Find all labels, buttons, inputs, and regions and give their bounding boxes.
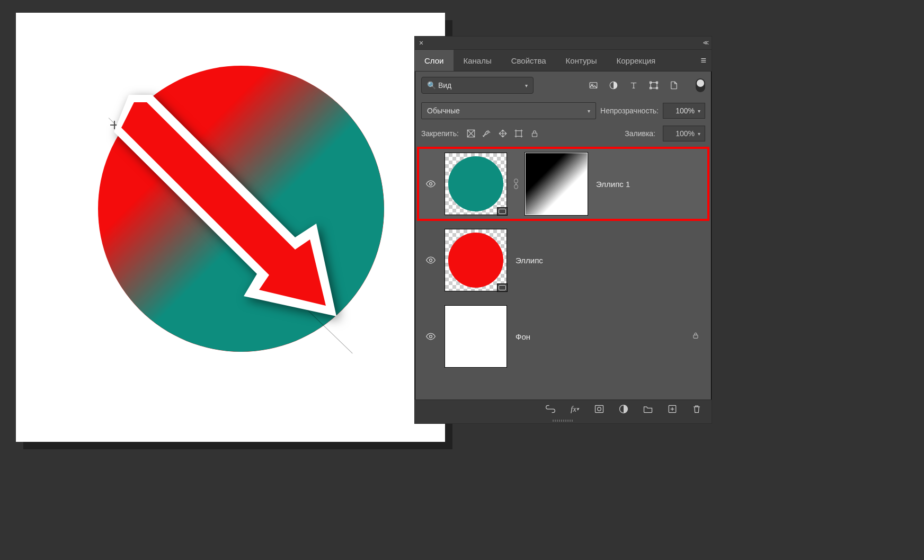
chevron-down-icon: ▾ [698, 108, 700, 114]
filter-icons [589, 81, 679, 90]
lock-transparency-icon[interactable] [466, 129, 476, 138]
chevron-down-icon: ▾ [525, 83, 528, 88]
new-group-icon[interactable] [643, 404, 653, 414]
filter-smartobject-icon[interactable] [669, 81, 679, 90]
layers-list: Эллипс 1 Эллипс Фон [415, 147, 712, 399]
gradient-start-crosshair[interactable] [110, 121, 119, 129]
lock-label: Закрепить: [421, 129, 459, 138]
opacity-label[interactable]: Непрозрачность: [600, 106, 659, 115]
tab-channels[interactable]: Каналы [454, 50, 501, 71]
collapse-icon[interactable]: << [703, 39, 707, 47]
layer-thumbnail[interactable] [445, 153, 507, 215]
close-icon[interactable]: × [419, 39, 423, 47]
svg-point-18 [430, 335, 432, 338]
mask-thumbnail[interactable] [525, 153, 588, 215]
layer-name[interactable]: Эллипс [516, 256, 543, 265]
visibility-toggle[interactable] [421, 331, 440, 342]
layer-name[interactable]: Фон [516, 332, 530, 341]
visibility-toggle[interactable] [421, 179, 440, 189]
fill-value: 100% [676, 129, 695, 138]
eye-icon [425, 255, 436, 265]
svg-rect-12 [532, 133, 537, 137]
filter-kind-label: Вид [438, 81, 451, 90]
lock-fill-row: Закрепить: Заливка: 100% ▾ [415, 122, 712, 147]
link-layers-icon[interactable] [545, 404, 556, 414]
lock-icon[interactable] [691, 331, 700, 342]
resize-grip[interactable] [415, 418, 712, 423]
layer-name[interactable]: Эллипс 1 [596, 180, 630, 189]
tab-properties[interactable]: Свойства [502, 50, 556, 71]
svg-rect-20 [596, 405, 603, 412]
layer-row[interactable]: Эллипс [417, 223, 709, 297]
panel-titlebar[interactable]: × << [415, 37, 712, 50]
lock-all-icon[interactable] [530, 129, 539, 138]
delete-layer-icon[interactable] [691, 404, 702, 414]
blend-mode-select[interactable]: Обычные ▾ [421, 102, 596, 119]
layers-panel: × << Слои Каналы Свойства Контуры Коррек… [414, 36, 712, 424]
filter-type-icon[interactable] [629, 81, 638, 90]
layer-filter-row: 🔍 Вид ▾ [415, 72, 712, 99]
opacity-input[interactable]: 100% ▾ [663, 103, 705, 119]
opacity-value: 100% [676, 106, 695, 115]
eye-icon [425, 331, 436, 342]
chevron-down-icon: ▾ [588, 108, 590, 114]
layer-row[interactable]: Фон [417, 299, 709, 374]
blend-opacity-row: Обычные ▾ Непрозрачность: 100% ▾ [415, 99, 712, 122]
shape-badge-icon [497, 207, 508, 216]
new-layer-icon[interactable] [667, 404, 678, 414]
eye-icon [425, 179, 436, 189]
lock-position-icon[interactable] [498, 129, 508, 138]
tab-adjustments[interactable]: Коррекция [607, 50, 665, 71]
ellipse-teal-shape [98, 66, 384, 352]
filter-adjustment-icon[interactable] [609, 81, 618, 90]
svg-point-21 [598, 407, 601, 411]
chevron-down-icon: ▾ [698, 131, 700, 137]
layer-row[interactable]: Эллипс 1 [417, 147, 709, 221]
add-adjustment-icon[interactable] [618, 404, 629, 414]
fill-input[interactable]: 100% ▾ [663, 126, 705, 141]
filter-image-icon[interactable] [589, 81, 598, 90]
panel-footer: fx▾ [415, 399, 712, 418]
visibility-toggle[interactable] [421, 255, 440, 265]
panel-menu-icon[interactable]: ≡ [695, 50, 712, 71]
blend-mode-value: Обычные [427, 106, 460, 115]
add-mask-icon[interactable] [594, 404, 605, 414]
filter-shape-icon[interactable] [649, 81, 659, 90]
shape-badge-icon [497, 283, 508, 292]
panel-tabs: Слои Каналы Свойства Контуры Коррекция ≡ [415, 50, 712, 72]
filter-kind-select[interactable]: 🔍 Вид ▾ [421, 77, 534, 94]
mask-link-icon[interactable] [511, 175, 521, 192]
filter-toggle[interactable] [696, 78, 705, 92]
tab-layers[interactable]: Слои [415, 50, 454, 71]
svg-rect-19 [694, 335, 698, 338]
layer-thumbnail[interactable] [445, 229, 507, 291]
svg-point-17 [430, 259, 432, 262]
svg-point-13 [430, 183, 432, 185]
svg-rect-11 [516, 131, 522, 137]
document-canvas[interactable] [16, 13, 445, 442]
fill-label[interactable]: Заливка: [625, 129, 655, 138]
layer-style-icon[interactable]: fx▾ [570, 404, 580, 414]
lock-artboard-icon[interactable] [514, 129, 523, 138]
app-stage: × << Слои Каналы Свойства Контуры Коррек… [0, 0, 924, 560]
lock-pixels-icon[interactable] [482, 129, 492, 138]
tab-paths[interactable]: Контуры [556, 50, 607, 71]
layer-thumbnail[interactable] [445, 305, 507, 368]
